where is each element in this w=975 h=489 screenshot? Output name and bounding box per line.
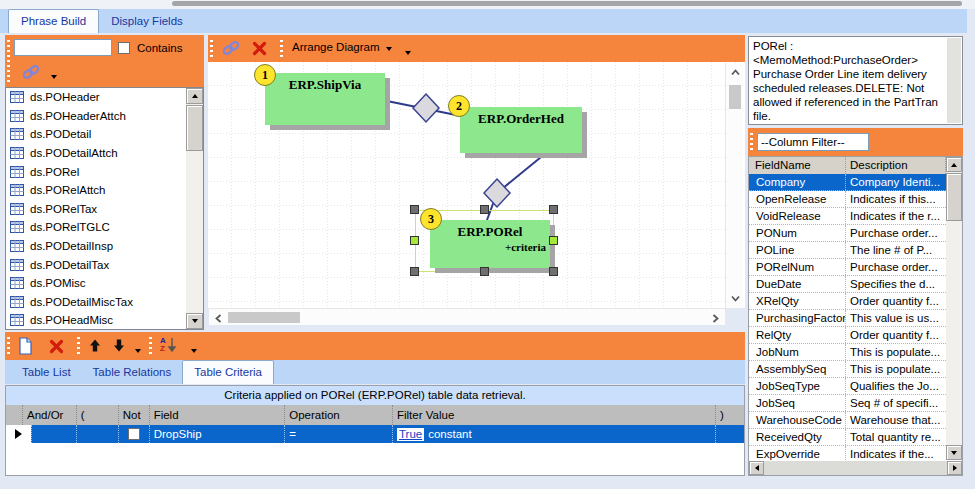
scroll-thumb[interactable]	[946, 173, 962, 221]
toolbar-grip[interactable]	[7, 40, 10, 82]
table-list-item[interactable]: ds.PORelAttch	[6, 181, 186, 200]
chevron-up-icon[interactable]	[731, 69, 740, 76]
col-fieldname[interactable]: FieldName	[749, 157, 846, 174]
table-list-item[interactable]: ds.PORelTGLC	[6, 218, 186, 237]
col-field[interactable]: Field	[149, 405, 285, 425]
toolbar-overflow-caret[interactable]	[405, 51, 411, 55]
table-list-item[interactable]: ds.PORelTax	[6, 200, 186, 219]
field-row[interactable]: WarehouseCode Warehouse that...	[749, 412, 946, 429]
table-list-item[interactable]: ds.POMisc	[6, 274, 186, 293]
sort-dropdown-caret[interactable]	[191, 349, 197, 353]
scroll-thumb[interactable]	[228, 312, 300, 323]
field-grid-horizontal-scrollbar[interactable]	[749, 460, 962, 475]
relation-diamond[interactable]	[413, 94, 439, 122]
not-checkbox[interactable]	[128, 428, 140, 440]
selection-handle[interactable]	[480, 205, 489, 214]
diagram-horizontal-scrollbar[interactable]	[209, 308, 725, 325]
table-search-input[interactable]	[14, 39, 112, 56]
selection-handle[interactable]	[480, 267, 489, 276]
chevron-down-icon[interactable]	[731, 295, 740, 302]
cell-operation[interactable]: =	[284, 425, 392, 443]
toolbar-grip[interactable]	[77, 337, 80, 355]
arrange-diagram-button[interactable]: Arrange Diagram	[292, 41, 392, 53]
diagram-node-shipvia[interactable]: ERP.ShipVia	[265, 73, 385, 125]
link-dropdown-caret[interactable]	[51, 75, 57, 79]
cell-filter-value[interactable]: True constant	[392, 425, 715, 443]
tab-table-criteria[interactable]: Table Criteria	[182, 360, 274, 384]
col-close-paren[interactable]: )	[715, 405, 744, 425]
move-up-button[interactable]	[89, 338, 101, 353]
table-list-item[interactable]: ds.PODetail	[6, 125, 186, 144]
filter-value-link[interactable]: True	[397, 428, 424, 441]
tab-table-list[interactable]: Table List	[11, 360, 82, 384]
tab-phrase-build[interactable]: Phrase Build	[8, 9, 99, 33]
col-not[interactable]: Not	[118, 405, 149, 425]
selection-handle[interactable]	[410, 205, 419, 214]
diagram-node-porel[interactable]: ERP.PORel +criteria	[430, 220, 550, 268]
cell-field[interactable]: DropShip	[149, 425, 285, 443]
field-row[interactable]: JobSeqType Qualifies the Jo...	[749, 378, 946, 395]
field-row[interactable]: POLine The line # of P...	[749, 242, 946, 259]
chevron-right-icon[interactable]	[712, 314, 719, 323]
field-row[interactable]: RelQty Order quantity f...	[749, 327, 946, 344]
table-list-item[interactable]: ds.POHeader	[6, 88, 186, 107]
contains-checkbox[interactable]	[118, 42, 130, 54]
field-row[interactable]: AssemblySeq This is populate...	[749, 361, 946, 378]
field-row[interactable]: PORelNum Purchase order...	[749, 259, 946, 276]
splitter-handle[interactable]	[172, 1, 962, 6]
selection-handle[interactable]	[549, 236, 558, 245]
field-row[interactable]: DueDate Specifies the d...	[749, 276, 946, 293]
tab-table-relations[interactable]: Table Relations	[82, 360, 183, 384]
scroll-thumb[interactable]	[729, 85, 741, 109]
cell-open-paren[interactable]	[76, 425, 118, 443]
field-row[interactable]: OpenRelease Indicates if this...	[749, 191, 946, 208]
chevron-left-icon[interactable]	[215, 314, 222, 323]
new-criteria-button[interactable]	[18, 337, 33, 355]
field-row[interactable]: ExpOverride Indicates if the...	[749, 446, 946, 460]
col-operation[interactable]: Operation	[284, 405, 392, 425]
field-row[interactable]: JobNum This is populate...	[749, 344, 946, 361]
toolbar-grip[interactable]	[210, 40, 213, 57]
selection-handle[interactable]	[410, 267, 419, 276]
tab-display-fields[interactable]: Display Fields	[99, 9, 195, 33]
selection-handle[interactable]	[410, 236, 419, 245]
col-description[interactable]: Description	[846, 157, 946, 174]
cell-and-or[interactable]	[31, 425, 76, 443]
col-filter-value[interactable]: Filter Value	[392, 405, 715, 425]
table-list-item[interactable]: ds.PODetailMiscTax	[6, 293, 186, 312]
selection-handle[interactable]	[549, 267, 558, 276]
field-row[interactable]: VoidRelease Indicates if the r...	[749, 208, 946, 225]
field-row[interactable]: Company Company Identi...	[749, 174, 946, 191]
move-dropdown-caret[interactable]	[135, 349, 141, 353]
link-tables-button[interactable]	[221, 40, 241, 56]
column-filter-input[interactable]	[757, 133, 869, 151]
table-list-item[interactable]: ds.POHeaderAttch	[6, 107, 186, 126]
scroll-down-button[interactable]	[186, 313, 203, 329]
delete-button[interactable]	[252, 41, 267, 56]
criteria-row[interactable]: DropShip = True constant	[6, 425, 744, 443]
field-row[interactable]: PurchasingFactor This value is us...	[749, 310, 946, 327]
table-list-item[interactable]: ds.PODetailAttch	[6, 144, 186, 163]
description-scrollbar[interactable]	[947, 38, 961, 123]
scroll-up-button[interactable]	[186, 88, 203, 104]
toolbar-grip[interactable]	[149, 337, 152, 355]
field-row[interactable]: JobSeq Seq # of specifi...	[749, 395, 946, 412]
cell-not[interactable]	[118, 425, 149, 443]
table-list-scrollbar[interactable]	[186, 88, 203, 329]
scroll-down-button[interactable]	[946, 445, 962, 460]
scroll-up-button[interactable]	[946, 157, 962, 172]
field-row[interactable]: PONum Purchase order...	[749, 225, 946, 242]
delete-criteria-button[interactable]	[49, 339, 64, 354]
scroll-thumb[interactable]	[186, 105, 203, 151]
table-list-item[interactable]: ds.PODetailInsp	[6, 237, 186, 256]
move-down-button[interactable]	[113, 338, 125, 353]
col-open-paren[interactable]: (	[76, 405, 118, 425]
field-row[interactable]: ReceivedQty Total quantity re...	[749, 429, 946, 446]
toolbar-grip[interactable]	[750, 133, 753, 151]
field-row[interactable]: XRelQty Order quantity f...	[749, 293, 946, 310]
selection-handle[interactable]	[549, 205, 558, 214]
toolbar-grip[interactable]	[280, 40, 283, 57]
relation-diamond[interactable]	[484, 179, 510, 207]
scroll-left-button[interactable]	[749, 461, 764, 475]
diagram-node-orderhed[interactable]: ERP.OrderHed	[460, 107, 582, 153]
